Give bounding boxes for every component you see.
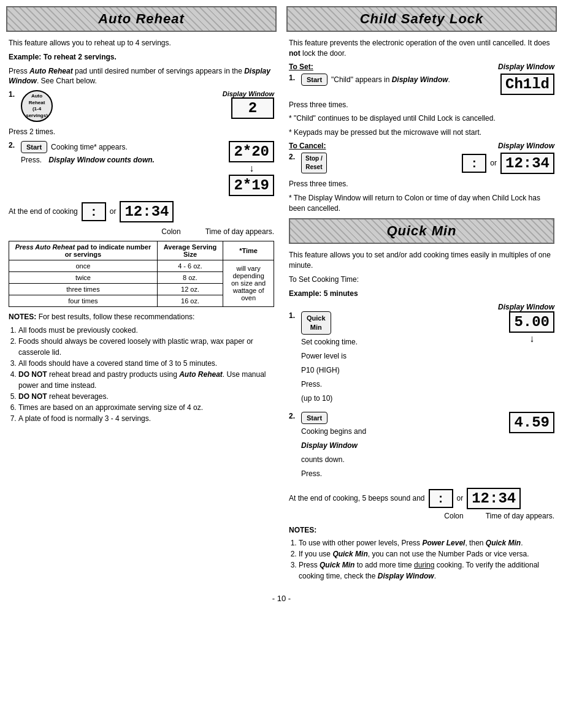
qm-step-2-num: 2. [289,412,297,420]
display-window-label-right-2: Display Window [498,142,554,150]
child-note-2: * Keypads may be pressed but the microwa… [289,127,554,138]
qm-step-1-display-area: 5.00 ↓ [509,311,554,345]
colon-time-labels-left: Colon Time of day appears. [9,227,274,236]
time-label-left: Time of day appears. [205,227,274,236]
qm-note-1: To use with other power levels, Press Po… [299,537,554,548]
qm-step-2-display-area: 4.59 [509,412,554,433]
child-step-1-num: 1. [289,74,297,82]
qm-colon-display: : [429,489,453,508]
child-step-2-content: Stop /Reset [301,153,458,173]
step-1-display-area: Display Window 2 [223,90,274,119]
to-cancel-row: To Cancel: Display Window [289,142,554,150]
note-item-5: DO NOT reheat beverages. [18,391,274,402]
auto-reheat-intro: This feature allows you to reheat up to … [9,38,274,48]
child-safety-header: Child Safety Lock [286,6,557,32]
end-of-cooking-row: At the end of cooking : or 12:34 [9,201,274,222]
qm-step-1-row: 1. QuickMin Set cooking time. Power leve… [289,311,554,408]
step-2-display-2: 2*19 [229,175,274,196]
note-item-6: Times are based on an approximate servin… [18,402,274,413]
table-cell-2-2: 8 oz. [157,271,223,283]
or-text-right: or [490,159,497,167]
display-window-label-qm: Display Window [498,303,554,311]
child-step-2-num: 2. [289,153,297,161]
qm-step-1-text1: Set cooking time. [301,337,505,347]
notes-list: All foods must be previously cooked. Foo… [9,325,274,424]
to-set-cooking: To Set Cooking Time: [289,275,554,285]
time-display-left: 12:34 [120,201,174,222]
child-display: Ch1ld [500,74,554,95]
to-set-label: To Set: [289,63,313,71]
quick-min-header: Quick Min [289,218,554,244]
qm-end-row: At the end of cooking, 5 beeps sound and… [289,488,554,509]
display-window-counts: Display Window counts down. [48,156,155,164]
child-safety-intro: This feature prevents the electronic ope… [289,38,554,59]
time-display-right: 12:34 [500,153,554,174]
table-cell-4-1: four times [9,295,158,306]
qm-or-text: or [457,494,464,502]
qm-step-1-text3: P10 (HIGH) [301,365,505,376]
qm-step-2-text3: counts down. [301,455,505,465]
qm-time-display: 12:34 [467,488,521,509]
end-label: At the end of cooking [9,207,78,216]
child-cancel-display-area: : or 12:34 [462,153,554,174]
start-button-child[interactable]: Start [301,74,327,86]
step-1-content: AutoReheat(1-4 servings) [21,90,219,122]
right-column: Child Safety Lock This feature prevents … [286,6,557,582]
qm-step-2-row: 2. Start Cooking begins and Display Wind… [289,412,554,482]
quick-min-example-label: Example: 5 minutes [289,289,358,298]
child-step-2-row: 2. Stop /Reset : or 12:34 [289,153,554,174]
colon-label-left: Colon [161,227,180,236]
colon-display-right: : [462,154,486,173]
press-2-times: Press 2 times. [9,127,274,137]
step-2-display-area: 2*20 ↓ 2*19 [229,141,274,196]
table-header-1: Press Auto Reheat pad to indicate number… [9,241,158,260]
display-window-label-right: Display Window [498,63,554,71]
child-note-3: * The Display Window will return to Colo… [289,193,554,214]
left-column: Auto Reheat This feature allows you to r… [6,6,277,582]
to-set-row: To Set: Display Window [289,63,554,71]
step-1-display: 2 [231,97,274,119]
table-cell-4-2: 16 oz. [157,295,223,306]
table-header-3: *Time [223,241,274,260]
table-cell-1-2: 4 - 6 oz. [157,260,223,271]
step-2-row: 2. Start Cooking time* appears. Press. D… [9,141,274,196]
qm-colon-label: Colon [444,512,463,520]
arrow-down-qm: ↓ [509,334,554,344]
colon-display-left: : [82,202,106,221]
press-3-times-2: Press three times. [289,179,554,189]
note-item-7: A plate of food is normally 3 - 4 servin… [18,413,274,424]
page-number: - 10 - [6,594,557,603]
to-cancel-label: To Cancel: [289,142,326,150]
or-text-left: or [110,207,117,216]
qm-step-1-content: QuickMin Set cooking time. Power level i… [301,311,505,408]
press-3-times-1: Press three times. [289,100,554,110]
child-display-area: Ch1ld [500,74,554,95]
table-cell-3-2: 12 oz. [157,283,223,295]
start-button-1[interactable]: Start [21,141,47,153]
note-item-4: DO NOT reheat bread and pastry products … [18,369,274,391]
note-item-3: All foods should have a covered stand ti… [18,358,274,369]
quick-min-button[interactable]: QuickMin [301,311,331,335]
example-desc: Press Auto Reheat pad until desired numb… [9,66,274,87]
stop-reset-button[interactable]: Stop /Reset [301,153,327,173]
qm-step-1-display: 5.00 [509,311,554,333]
table-header-row: Press Auto Reheat pad to indicate number… [9,241,274,260]
table-row: once 4 - 6 oz. will varydependingon size… [9,260,274,271]
note-item-2: Foods should always be covered loosely w… [18,336,274,358]
cooking-time-text: Cooking time* appears. [51,143,128,151]
auto-reheat-button[interactable]: AutoReheat(1-4 servings) [21,90,53,122]
step-2-content: Start Cooking time* appears. Press. Disp… [21,141,225,164]
table-cell-time: will varydependingon size andwattage of … [223,260,274,306]
qm-step-2-display: 4.59 [509,412,554,433]
qm-step-2-press: Press. [301,469,505,479]
step-1-num: 1. [9,90,17,99]
table-cell-2-1: twice [9,271,158,283]
table-cell-1-1: once [9,260,158,271]
qm-step-2-content: Start Cooking begins and Display Window … [301,412,505,482]
quick-min-display-header: Display Window [289,303,554,311]
qm-notes-label: NOTES: [289,525,554,536]
qm-step-1-text2: Power level is [301,351,505,362]
start-button-qm[interactable]: Start [301,412,327,424]
press-text: Press. Display Window counts down. [21,156,225,164]
step-1-row: 1. AutoReheat(1-4 servings) Display Wind… [9,90,274,122]
